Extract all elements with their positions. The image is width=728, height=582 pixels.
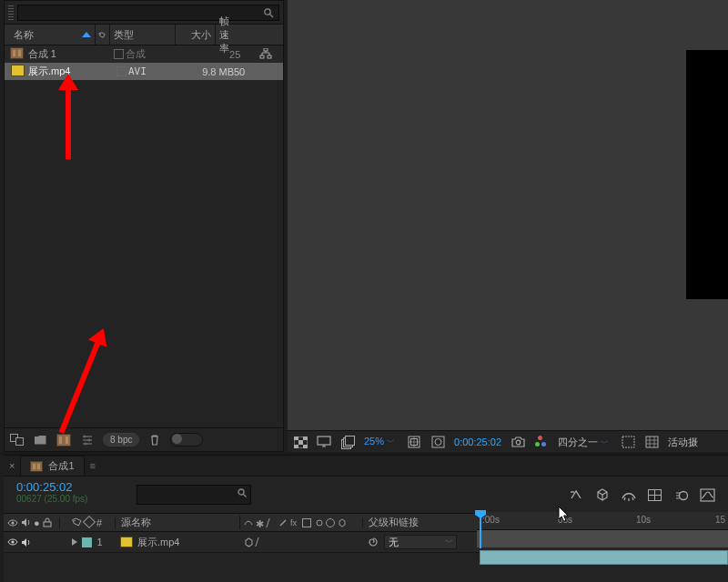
zoom-dropdown[interactable]: 25%﹀ — [364, 436, 398, 448]
column-label[interactable] — [96, 25, 110, 45]
comp-mini-flowchart-icon[interactable] — [568, 487, 583, 503]
new-folder-button[interactable] — [32, 433, 48, 447]
layer-label-swatch[interactable] — [82, 537, 92, 547]
svg-rect-14 — [303, 445, 308, 448]
frameblend-switch-icon[interactable] — [302, 518, 311, 527]
svg-point-23 — [238, 489, 244, 495]
stack-icon[interactable] — [340, 435, 355, 449]
label-swatch[interactable] — [114, 66, 128, 76]
item-size: 9.8 MB — [194, 66, 234, 77]
current-time: 0:00:25:02 — [16, 480, 124, 494]
column-name[interactable]: 名称 — [10, 25, 96, 45]
new-composition-button[interactable] — [56, 433, 72, 447]
audio-column-icon[interactable] — [21, 517, 31, 527]
monitor-icon[interactable] — [317, 435, 331, 449]
label-swatch[interactable] — [112, 49, 126, 59]
svg-rect-28 — [44, 522, 51, 527]
preview-toolbar: 25%﹀ 0:00:25:02 四分之一﹀ 活动摄 — [288, 430, 728, 453]
layer-audio-toggle[interactable] — [21, 537, 31, 547]
playhead[interactable] — [480, 512, 481, 548]
timeline-search-input[interactable] — [136, 485, 251, 505]
interpret-footage-icon[interactable] — [8, 433, 25, 447]
av-columns: ● — [4, 517, 60, 528]
keyframe-column-icon[interactable] — [83, 515, 96, 527]
tab-composition[interactable]: 合成1 — [20, 456, 84, 476]
column-type[interactable]: 类型 — [110, 25, 176, 45]
expand-layer-icon[interactable] — [72, 538, 77, 546]
svg-rect-15 — [318, 436, 330, 445]
timeline-toolbar — [131, 477, 728, 513]
time-ruler[interactable]: :00s 05s 10s 15 — [477, 512, 728, 548]
flowchart-icon[interactable] — [259, 48, 278, 61]
parent-dropdown[interactable]: 无﹀ — [384, 535, 457, 549]
bit-depth-button[interactable]: 8 bpc — [103, 433, 139, 447]
shy-toggle-icon[interactable] — [621, 487, 636, 503]
fx-switch-icon[interactable]: ✱ — [256, 518, 265, 527]
layer-track — [477, 547, 728, 567]
project-search-input[interactable] — [17, 5, 279, 21]
motionblur-switch-icon[interactable] — [314, 518, 323, 527]
collapse-switch-icon[interactable] — [266, 518, 277, 527]
project-search-toggle[interactable] — [170, 433, 203, 447]
project-row-comp[interactable]: 合成 1 合成 25 — [5, 45, 283, 63]
svg-rect-10 — [294, 436, 298, 440]
close-tab-icon[interactable]: × — [9, 460, 15, 471]
svg-rect-18 — [432, 436, 444, 447]
composition-icon — [30, 461, 43, 472]
preview-panel[interactable] — [288, 0, 728, 432]
tick-label: 05s — [558, 515, 572, 525]
layer-switch-icon[interactable] — [244, 537, 254, 547]
shy-switch-icon[interactable] — [244, 518, 253, 527]
graph-editor-icon[interactable] — [700, 487, 715, 503]
roi-icon[interactable] — [621, 435, 635, 449]
project-settings-icon[interactable] — [79, 433, 96, 447]
layer-name: 展示.mp4 — [137, 536, 179, 549]
source-name-column[interactable]: 源名称 — [116, 516, 240, 529]
timeline-tabs: × 合成1 ≡ — [4, 456, 728, 477]
motion-blur-icon[interactable] — [673, 487, 689, 503]
panel-grip-icon[interactable] — [8, 5, 14, 20]
tab-menu-icon[interactable]: ≡ — [90, 460, 96, 471]
frame-blend-icon[interactable] — [647, 487, 662, 503]
effects-switch-icon[interactable]: fx — [290, 518, 299, 527]
svg-point-25 — [679, 491, 687, 499]
solo-column-icon[interactable]: ● — [34, 517, 40, 528]
ruler-ticks: :00s 05s 10s 15 — [477, 512, 728, 530]
timecode-display[interactable]: 0:00:25:02 00627 (25.00 fps) — [4, 477, 131, 513]
resolution-dropdown[interactable]: 四分之一﹀ — [558, 436, 612, 449]
num-column[interactable]: # — [96, 517, 102, 528]
transparency-grid-icon[interactable] — [644, 435, 659, 449]
label-column-icon[interactable] — [72, 516, 84, 527]
quality-switch-icon[interactable] — [278, 518, 288, 527]
svg-point-27 — [11, 521, 14, 524]
composition-icon — [10, 47, 25, 61]
lock-column-icon[interactable] — [43, 517, 52, 527]
layer-visibility-toggle[interactable] — [7, 537, 18, 547]
safe-zones-icon[interactable] — [407, 435, 421, 449]
layer-clip-bar[interactable] — [480, 550, 728, 565]
column-size[interactable]: 大小 — [176, 25, 216, 45]
item-name: 合成 1 — [28, 47, 112, 61]
alpha-toggle-icon[interactable] — [293, 435, 308, 449]
delete-button[interactable] — [147, 433, 163, 447]
layer-quality-icon[interactable] — [255, 537, 266, 547]
adjustment-switch-icon[interactable] — [326, 518, 335, 527]
visibility-column-icon[interactable] — [7, 518, 18, 527]
snapshot-button[interactable] — [511, 435, 525, 449]
item-type: 合成 — [126, 47, 190, 61]
parent-column[interactable]: 父级和链接 — [363, 516, 489, 529]
project-row-footage[interactable]: 展示.mp4 AVI 9.8 MB 50 — [5, 63, 283, 80]
mask-toggle-icon[interactable] — [430, 435, 445, 449]
channel-icon[interactable] — [534, 435, 549, 449]
camera-dropdown[interactable]: 活动摄 — [668, 436, 698, 449]
svg-rect-26 — [701, 489, 714, 501]
svg-rect-21 — [622, 436, 634, 447]
tick-label: 15 — [715, 515, 725, 525]
pickwhip-icon[interactable] — [368, 537, 379, 547]
column-framerate[interactable]: 帧速率 — [216, 25, 241, 45]
preview-timecode[interactable]: 0:00:25:02 — [454, 436, 501, 447]
svg-point-30 — [317, 520, 322, 526]
3d-switch-icon[interactable] — [338, 518, 347, 527]
work-area-bar[interactable] — [477, 530, 728, 547]
draft3d-icon[interactable] — [594, 487, 610, 503]
